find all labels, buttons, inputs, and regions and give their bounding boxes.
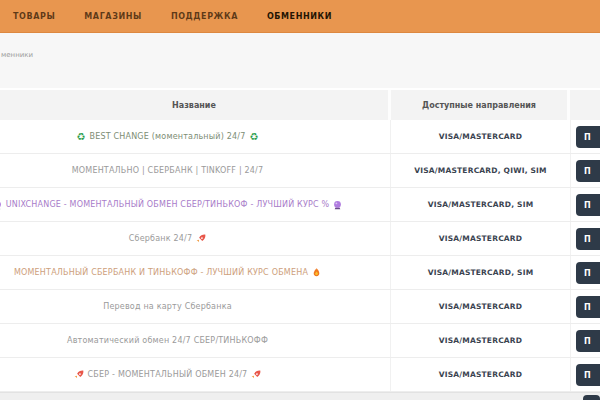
go-button[interactable]: П <box>576 160 600 182</box>
table-header-row: Название Доступные направления <box>0 90 600 120</box>
exchanger-link[interactable]: BEST CHANGE (моментальный) 24/7 <box>89 132 245 141</box>
directions-cell: VISA/MASTERCARD <box>390 222 570 255</box>
directions-cell: VISA/MASTERCARD <box>390 324 570 357</box>
breadcrumb[interactable]: менники <box>1 51 33 59</box>
exchanger-link[interactable]: МОМЕНТАЛЬНО | СБЕРБАНК | TINKOFF | 24/7 <box>72 166 264 175</box>
exchanger-link[interactable]: МОМЕНТАЛЬНЫЙ СБЕРБАНК И ТИНЬКОФФ - ЛУЧШИ… <box>14 268 308 277</box>
recycle-icon: ♻ <box>250 132 259 142</box>
go-button[interactable]: П <box>576 262 600 284</box>
nav-item-tovary[interactable]: ТОВАРЫ <box>13 12 55 21</box>
directions-cell: VISA/MASTERCARD, SIM <box>390 188 570 221</box>
fire-icon <box>312 267 321 278</box>
go-button[interactable]: П <box>576 296 600 318</box>
exchanger-name-cell: МОМЕНТАЛЬНЫЙ СБЕРБАНК И ТИНЬКОФФ - ЛУЧШИ… <box>0 256 390 289</box>
crystal-ball-icon <box>0 200 2 210</box>
exchanger-name-cell: Сбербанк 24/7 <box>0 222 390 255</box>
table-row: Перевод на карту Сбербанка VISA/MASTERCA… <box>0 290 600 324</box>
exchanger-link[interactable]: Перевод на карту Сбербанка <box>103 302 232 311</box>
directions-cell: VISA/MASTERCARD, QIWI, SIM <box>390 154 570 187</box>
table-row: МОМЕНТАЛЬНЫЙ СБЕРБАНК И ТИНЬКОФФ - ЛУЧШИ… <box>0 256 600 290</box>
partial-go-button[interactable] <box>583 395 600 400</box>
directions-cell: VISA/MASTERCARD <box>390 358 570 391</box>
crystal-ball-icon <box>333 200 342 210</box>
recycle-icon: ♻ <box>76 132 85 142</box>
page: ТОВАРЫ МАГАЗИНЫ ПОДДЕРЖКА ОБМЕННИКИ менн… <box>0 0 600 400</box>
nav-item-obmenniki[interactable]: ОБМЕННИКИ <box>267 12 332 21</box>
next-row-top-edge <box>0 392 600 400</box>
rocket-icon <box>196 234 206 244</box>
table-row: Сбербанк 24/7 VISA/MASTERCARD П <box>0 222 600 256</box>
header-name: Название <box>0 90 388 120</box>
go-button[interactable]: П <box>576 228 600 250</box>
exchangers-table: Название Доступные направления ♻ BEST CH… <box>0 90 600 392</box>
breadcrumb-band <box>0 33 600 88</box>
exchanger-name-cell: UNIXCHANGE - МОМЕНТАЛЬНЫЙ ОБМЕН СБЕР/ТИН… <box>0 188 390 221</box>
table-row: ♻ BEST CHANGE (моментальный) 24/7 ♻ VISA… <box>0 120 600 154</box>
go-button[interactable]: П <box>576 364 600 386</box>
rocket-icon <box>251 370 261 380</box>
exchanger-link[interactable]: СБЕР - МОМЕНТАЛЬНЫЙ ОБМЕН 24/7 <box>88 370 248 379</box>
directions-cell: VISA/MASTERCARD <box>390 120 570 153</box>
table-row: UNIXCHANGE - МОМЕНТАЛЬНЫЙ ОБМЕН СБЕР/ТИН… <box>0 188 600 222</box>
go-button[interactable]: П <box>576 194 600 216</box>
exchanger-name-cell: МОМЕНТАЛЬНО | СБЕРБАНК | TINKOFF | 24/7 <box>0 154 390 187</box>
exchanger-link[interactable]: Автоматический обмен 24/7 СБЕР/ТИНЬКОФФ <box>67 336 268 345</box>
table-row: МОМЕНТАЛЬНО | СБЕРБАНК | TINKOFF | 24/7 … <box>0 154 600 188</box>
nav-item-magaziny[interactable]: МАГАЗИНЫ <box>84 12 142 21</box>
exchanger-name-cell: ♻ BEST CHANGE (моментальный) 24/7 ♻ <box>0 120 390 153</box>
exchanger-name-cell: Перевод на карту Сбербанка <box>0 290 390 323</box>
directions-cell: VISA/MASTERCARD <box>390 290 570 323</box>
exchanger-link[interactable]: UNIXCHANGE - МОМЕНТАЛЬНЫЙ ОБМЕН СБЕР/ТИН… <box>6 200 330 209</box>
header-directions: Доступные направления <box>391 90 567 120</box>
header-actions <box>570 90 600 120</box>
rocket-icon <box>74 370 84 380</box>
exchanger-name-cell: Автоматический обмен 24/7 СБЕР/ТИНЬКОФФ <box>0 324 390 357</box>
exchanger-link[interactable]: Сбербанк 24/7 <box>129 234 193 243</box>
nav-item-podderzhka[interactable]: ПОДДЕРЖКА <box>171 12 238 21</box>
top-navbar: ТОВАРЫ МАГАЗИНЫ ПОДДЕРЖКА ОБМЕННИКИ <box>0 0 600 33</box>
exchanger-name-cell: СБЕР - МОМЕНТАЛЬНЫЙ ОБМЕН 24/7 <box>0 358 390 391</box>
go-button[interactable]: П <box>576 126 600 148</box>
directions-cell: VISA/MASTERCARD, SIM <box>390 256 570 289</box>
go-button[interactable]: П <box>576 330 600 352</box>
table-row: СБЕР - МОМЕНТАЛЬНЫЙ ОБМЕН 24/7 VISA/MAST… <box>0 358 600 392</box>
table-row: Автоматический обмен 24/7 СБЕР/ТИНЬКОФФ … <box>0 324 600 358</box>
